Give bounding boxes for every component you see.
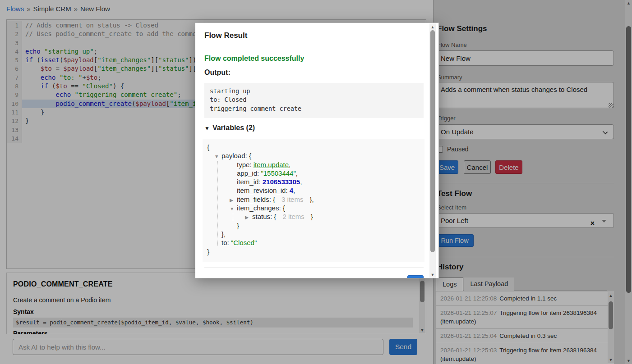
app-root: Flows»Simple CRM»New Flow 1// Adds comme… [0,0,632,364]
tree-row: app_id: "15503444", [203,169,424,177]
tree-guide-line [233,213,233,221]
variables-json-tree: {▼payload: {type: item.update,app_id: "1… [203,139,424,262]
tree-row: to: "Closed" [203,238,424,247]
divider [204,268,424,268]
tree-row: { [203,143,424,151]
tree-row: ▼item_changes: { [203,204,424,212]
tree-row: item_id: 2106533305, [203,177,424,186]
collapse-triangle-icon: ▼ [204,125,210,132]
tree-row: }, [203,230,424,238]
expand-icon[interactable]: ▶ [230,196,237,205]
tree-row: ▼payload: { [203,151,424,160]
variables-toggle[interactable]: ▼Variables (2) [204,124,255,132]
modal-scrollbar[interactable]: ▲ ▼ [429,23,436,278]
flow-result-modal: Flow Result Flow completed successfully … [195,23,439,278]
tree-row: ▶item_fields: {3 items}, [203,195,424,204]
tree-row: item_revision_id: 4, [203,186,424,195]
modal-scrollbar-thumb[interactable] [430,30,435,252]
scroll-up-icon[interactable]: ▲ [429,24,436,30]
tree-row: type: item.update, [203,160,424,169]
collapse-icon[interactable]: ▼ [214,152,221,161]
variables-label: Variables (2) [212,124,255,132]
scroll-down-icon[interactable]: ▼ [429,272,436,278]
ok-button[interactable] [407,275,424,278]
collapse-icon[interactable]: ▼ [230,205,237,213]
flow-status-message: Flow completed successfully [204,55,304,63]
tree-row: ▶status: {2 items} [203,212,424,221]
modal-title: Flow Result [204,31,247,40]
divider [204,48,424,48]
output-box: starting up to: Closed triggering commen… [204,83,424,118]
tree-guide-line [217,161,218,246]
tree-row: } [203,221,424,230]
tree-row: } [203,247,424,256]
output-label: Output: [204,68,231,77]
expand-icon[interactable]: ▶ [245,213,252,222]
